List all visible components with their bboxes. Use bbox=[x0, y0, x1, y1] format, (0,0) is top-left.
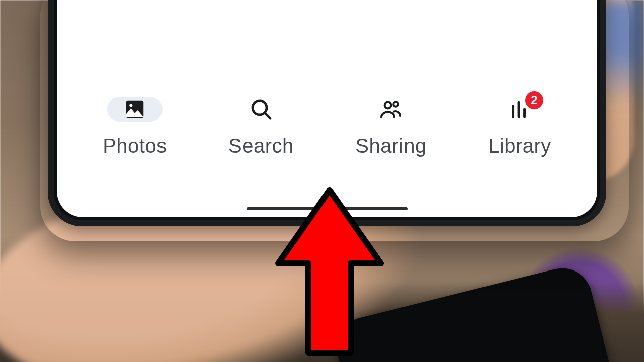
photo-icon bbox=[107, 97, 163, 122]
search-icon bbox=[246, 97, 276, 122]
svg-point-1 bbox=[129, 104, 132, 107]
nav-tab-search[interactable]: Search bbox=[228, 97, 294, 157]
svg-point-5 bbox=[393, 102, 398, 107]
home-indicator[interactable] bbox=[247, 207, 408, 210]
svg-point-4 bbox=[385, 102, 391, 109]
nav-label: Sharing bbox=[355, 135, 426, 157]
nav-tab-library[interactable]: 2 Library bbox=[488, 97, 551, 157]
bottom-nav-bar: Photos Search Sharing 2 Library bbox=[57, 81, 597, 217]
nav-label: Photos bbox=[103, 135, 167, 157]
svg-line-3 bbox=[265, 113, 270, 118]
notification-badge: 2 bbox=[524, 89, 545, 111]
library-icon: 2 bbox=[505, 97, 535, 122]
nav-tab-photos[interactable]: Photos bbox=[103, 97, 167, 157]
phone-screen: Photos Search Sharing 2 Library bbox=[57, 0, 597, 217]
nav-label: Library bbox=[488, 135, 551, 157]
people-icon bbox=[376, 97, 406, 122]
nav-tab-sharing[interactable]: Sharing bbox=[355, 97, 426, 157]
nav-label: Search bbox=[228, 135, 294, 157]
phone-frame: Photos Search Sharing 2 Library bbox=[48, 0, 606, 226]
